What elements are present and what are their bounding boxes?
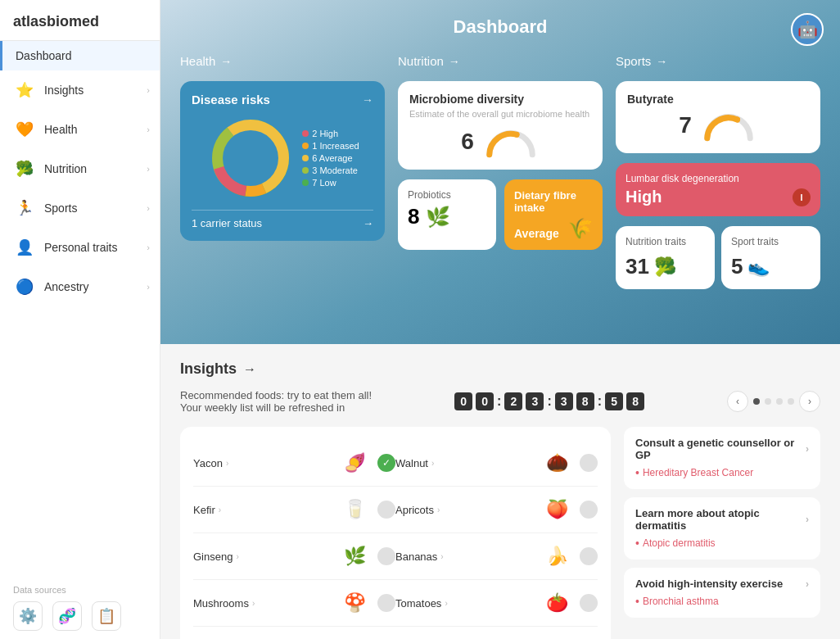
list-item[interactable]: Mushrooms › 🍄 xyxy=(193,580,395,627)
food-chevron-icon: › xyxy=(431,459,434,468)
countdown-timer: 0 0 : 2 3 : 3 8 : 5 8 xyxy=(454,392,644,410)
food-emoji: 🌰 xyxy=(539,448,575,478)
ancestry-icon: 🔵 xyxy=(13,275,36,298)
lumbar-badge: I xyxy=(793,188,811,206)
sidebar-item-dashboard[interactable]: Dashboard xyxy=(0,41,160,70)
list-item[interactable]: Grapefruit › 🍊 xyxy=(395,627,598,639)
user-avatar[interactable]: 🤖 xyxy=(791,13,824,46)
dietary-fibre-title: Dietary fibre intake xyxy=(514,189,593,214)
insights-header: Insights → xyxy=(180,360,820,378)
list-item[interactable]: Yacon › 🍠 ✓ xyxy=(193,440,395,487)
carousel-dot-1[interactable] xyxy=(753,398,760,405)
carousel-prev-button[interactable]: ‹ xyxy=(727,391,748,412)
nutrition-arrow: → xyxy=(449,55,460,68)
sidebar-item-sports[interactable]: 🏃 Sports › xyxy=(0,188,160,228)
microbiome-card[interactable]: Microbiome diversity Estimate of the ove… xyxy=(398,81,603,170)
carousel-dot-3[interactable] xyxy=(776,398,783,405)
sport-traits-card[interactable]: Sport traits 5 👟 xyxy=(721,226,820,289)
food-emoji: 🍌 xyxy=(539,542,575,571)
insight-arrow-icon: › xyxy=(806,578,809,590)
lumbar-title: Lumbar disk degeneration xyxy=(625,173,811,184)
list-item[interactable]: Soy › 🌾 xyxy=(193,627,395,639)
food-image-wrap: 🥛 xyxy=(336,495,395,524)
probiotics-row: 8 🌿 xyxy=(408,204,486,229)
sport-traits-value: 5 xyxy=(731,254,743,279)
food-image-wrap: 🍄 xyxy=(336,588,395,618)
nutrition-traits-value: 31 xyxy=(625,254,649,279)
food-status-dot xyxy=(580,454,598,472)
food-status-dot: ✓ xyxy=(377,454,395,472)
food-emoji: 🥛 xyxy=(336,495,373,524)
moderate-dot xyxy=(302,167,309,174)
carousel-dot-4[interactable] xyxy=(788,398,794,405)
timer-s2: 8 xyxy=(576,392,594,410)
butyrate-card[interactable]: Butyrate 7 xyxy=(616,81,820,153)
insight-arrow-icon: › xyxy=(806,514,809,525)
refresh-text: Recommended foods: try to eat them all! xyxy=(180,389,372,401)
sidebar-item-nutrition[interactable]: 🥦 Nutrition › xyxy=(0,149,160,188)
list-item[interactable]: Kefir › 🥛 xyxy=(193,487,395,533)
food-image-wrap: 🌿 xyxy=(336,542,395,571)
microbiome-title: Microbiome diversity xyxy=(409,93,591,106)
carousel-next-button[interactable]: › xyxy=(799,391,820,412)
food-image-wrap: 🍠 ✓ xyxy=(336,448,395,478)
sports-column-label[interactable]: Sports → xyxy=(616,54,820,68)
svg-point-7 xyxy=(734,117,740,123)
probiotics-card[interactable]: Probiotics 8 🌿 xyxy=(398,179,496,250)
health-column-label[interactable]: Health → xyxy=(180,54,385,68)
food-status-dot xyxy=(580,501,598,519)
list-item[interactable]: Tomatoes › 🍅 xyxy=(395,580,598,627)
chevron-icon-ancestry: › xyxy=(147,282,150,292)
food-image-wrap: 🌾 xyxy=(336,635,395,639)
insight-card-title: Avoid high-intensity exercise › xyxy=(635,578,809,590)
nutrition-traits-card[interactable]: Nutrition traits 31 🥦 xyxy=(616,226,715,289)
timer-m2: 3 xyxy=(526,392,544,410)
insight-card[interactable]: Learn more about atopic dermatitis › Ato… xyxy=(624,497,820,560)
sidebar-item-personal_traits[interactable]: 👤 Personal traits › xyxy=(0,228,160,267)
doc-source-icon[interactable]: 📋 xyxy=(92,601,121,631)
carrier-status[interactable]: 1 carrier status → xyxy=(192,210,373,229)
food-name: Yacon › xyxy=(193,457,228,469)
foods-panel: Yacon › 🍠 ✓ Walnut › 🌰 xyxy=(180,427,611,639)
sports-icon: 🏃 xyxy=(13,197,36,220)
microbiome-value: 6 xyxy=(461,129,474,155)
average-dot xyxy=(302,155,309,161)
lumbar-value: High xyxy=(625,188,662,206)
data-sources-icons: ⚙️ 🧬 📋 xyxy=(13,601,147,631)
data-sources-section: Data sources ⚙️ 🧬 📋 xyxy=(0,577,160,639)
dietary-fibre-card[interactable]: Dietary fibre intake Average 🌾 xyxy=(504,179,603,250)
timer-colon1: : xyxy=(497,394,501,409)
sidebar-nav: ⭐ Insights › 🧡 Health › 🥦 Nutrition › 🏃 … xyxy=(0,70,160,306)
insight-card-title: Learn more about atopic dermatitis › xyxy=(635,507,809,532)
lumbar-card[interactable]: Lumbar disk degeneration High I xyxy=(616,163,820,216)
sidebar-item-ancestry[interactable]: 🔵 Ancestry › xyxy=(0,267,160,306)
list-item[interactable]: Walnut › 🌰 xyxy=(395,440,598,487)
svg-point-6 xyxy=(513,132,519,138)
sidebar-label-health: Health xyxy=(44,123,77,136)
list-item[interactable]: Ginseng › 🌿 xyxy=(193,533,395,580)
food-status-dot xyxy=(377,501,395,519)
timer-ms2: 8 xyxy=(626,392,644,410)
sidebar-label-nutrition: Nutrition xyxy=(44,162,87,175)
sidebar-item-insights[interactable]: ⭐ Insights › xyxy=(0,70,160,110)
food-emoji: 🌾 xyxy=(336,635,373,639)
dietary-fibre-value: Average xyxy=(514,227,559,240)
foods-grid: Yacon › 🍠 ✓ Walnut › 🌰 xyxy=(193,440,598,639)
insights-icon: ⭐ xyxy=(13,79,36,102)
disease-risks-card[interactable]: Disease risks → xyxy=(180,81,385,241)
nutrition-column-label[interactable]: Nutrition → xyxy=(398,54,603,68)
carousel-dot-2[interactable] xyxy=(765,398,771,405)
health-icon: 🧡 xyxy=(13,118,36,141)
insight-card[interactable]: Consult a genetic counsellor or GP › Her… xyxy=(624,427,820,489)
nutrition-icon: 🥦 xyxy=(13,157,36,180)
traits-row: Nutrition traits 31 🥦 Sport traits 5 👟 xyxy=(616,226,820,289)
list-item[interactable]: Bananas › 🍌 xyxy=(395,533,598,580)
low-dot xyxy=(302,179,309,186)
list-item[interactable]: Apricots › 🍑 xyxy=(395,487,598,533)
lab-source-icon[interactable]: 🧬 xyxy=(52,601,82,631)
sidebar-item-health[interactable]: 🧡 Health › xyxy=(0,110,160,149)
food-name: Bananas › xyxy=(395,551,444,563)
timer-h2: 0 xyxy=(476,392,494,410)
insight-card[interactable]: Avoid high-intensity exercise › Bronchia… xyxy=(624,568,820,618)
dna-source-icon[interactable]: ⚙️ xyxy=(13,601,43,631)
